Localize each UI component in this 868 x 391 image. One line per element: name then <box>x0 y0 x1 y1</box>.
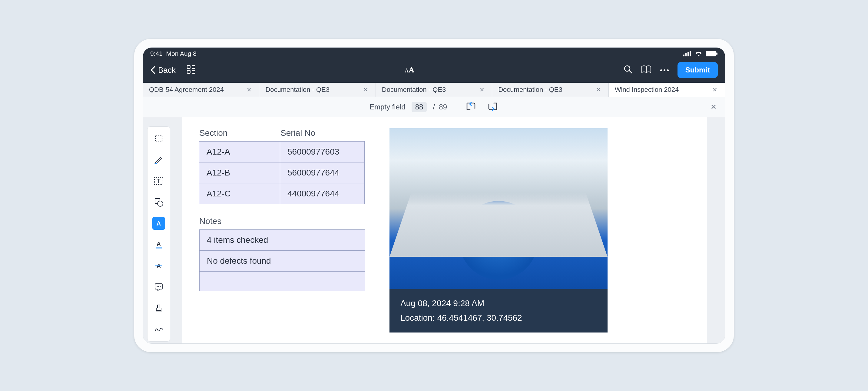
highlight-a-tool-icon[interactable]: A <box>152 217 165 230</box>
book-icon[interactable] <box>641 65 651 75</box>
cellular-signal-icon <box>683 51 692 56</box>
note-row[interactable]: No defects found <box>199 250 365 272</box>
grid-view-icon[interactable] <box>187 65 196 75</box>
top-nav: Back AA Submit <box>143 59 725 83</box>
document-page: Section Serial No A12-A56000977603A12-B5… <box>182 117 707 343</box>
svg-line-11 <box>629 71 632 73</box>
tabs-bar: QDB-54 Agreement 2024✕Documentation - QE… <box>143 83 725 97</box>
svg-point-29 <box>160 286 161 287</box>
svg-text:T: T <box>157 178 160 184</box>
text-size-icon[interactable]: AA <box>405 65 414 75</box>
prev-field-icon[interactable] <box>465 101 477 113</box>
svg-point-14 <box>663 69 665 71</box>
svg-rect-9 <box>192 70 195 73</box>
svg-rect-0 <box>683 55 684 56</box>
photo-caption: Aug 08, 2024 9:28 AM Location: 46.454146… <box>390 289 608 332</box>
section-cell[interactable]: A12-B <box>199 162 280 184</box>
status-time: 9:41 <box>150 50 163 57</box>
status-bar: 9:41 Mon Aug 8 <box>143 48 725 59</box>
close-icon[interactable]: ✕ <box>245 86 253 93</box>
tab-1[interactable]: Documentation - QE3✕ <box>259 83 376 97</box>
svg-point-27 <box>157 286 158 287</box>
svg-rect-16 <box>155 135 162 142</box>
svg-rect-3 <box>690 51 691 56</box>
battery-icon <box>706 51 718 56</box>
tab-label: Documentation - QE3 <box>382 86 446 94</box>
th-section: Section <box>199 128 280 138</box>
close-icon[interactable]: ✕ <box>478 86 486 93</box>
back-button[interactable]: Back <box>150 65 176 75</box>
tab-3[interactable]: Documentation - QE3✕ <box>492 83 609 97</box>
tab-label: QDB-54 Agreement 2024 <box>149 86 224 94</box>
svg-rect-8 <box>187 70 190 73</box>
svg-point-13 <box>660 69 662 71</box>
serial-cell[interactable]: 56000977644 <box>280 162 365 184</box>
next-field-icon[interactable] <box>486 101 498 113</box>
svg-text:A: A <box>157 220 161 227</box>
underline-tool-icon[interactable]: A <box>152 238 165 251</box>
status-date: Mon Aug 8 <box>166 50 196 57</box>
svg-rect-5 <box>716 52 717 55</box>
section-cell[interactable]: A12-C <box>199 183 280 204</box>
note-row[interactable]: 4 items checked <box>199 229 365 251</box>
photo-timestamp: Aug 08, 2024 9:28 AM <box>400 296 597 311</box>
svg-rect-2 <box>687 52 689 56</box>
strikethrough-tool-icon[interactable]: A <box>152 259 165 272</box>
submit-button[interactable]: Submit <box>678 62 718 78</box>
photo-card: Aug 08, 2024 9:28 AM Location: 46.454146… <box>390 128 608 332</box>
stamp-tool-icon[interactable] <box>152 302 165 315</box>
field-nav-current: 88 <box>411 102 427 112</box>
shape-tool-icon[interactable] <box>152 196 165 208</box>
notes-box: 4 items checkedNo defects found <box>199 229 365 291</box>
tab-2[interactable]: Documentation - QE3✕ <box>376 83 492 97</box>
tab-label: Wind Inspection 2024 <box>615 86 679 94</box>
close-fieldnav-icon[interactable]: ✕ <box>711 103 717 111</box>
th-serial: Serial No <box>280 128 365 138</box>
tab-label: Documentation - QE3 <box>265 86 330 94</box>
field-nav-bar: Empty field 88 / 89 ✕ <box>143 97 725 117</box>
svg-rect-7 <box>192 65 195 68</box>
close-icon[interactable]: ✕ <box>362 86 370 93</box>
serial-cell[interactable]: 44000977644 <box>280 183 365 204</box>
svg-text:A: A <box>157 241 161 247</box>
notes-header: Notes <box>199 216 365 226</box>
search-icon[interactable] <box>624 65 633 75</box>
annotation-toolbar: T A A A <box>147 127 170 342</box>
close-icon[interactable]: ✕ <box>595 86 602 93</box>
table-row: A12-C44000977644 <box>199 184 365 204</box>
svg-rect-1 <box>685 53 687 56</box>
signature-tool-icon[interactable] <box>152 323 165 336</box>
field-nav-total: / 89 <box>433 103 447 111</box>
note-row[interactable] <box>199 271 365 291</box>
select-tool-icon[interactable] <box>152 132 165 145</box>
table-row: A12-A56000977603 <box>199 142 365 163</box>
table-row: A12-B56000977644 <box>199 163 365 184</box>
field-nav-label: Empty field <box>370 103 406 111</box>
inspection-photo[interactable] <box>390 128 608 289</box>
close-icon[interactable]: ✕ <box>711 86 719 93</box>
text-box-tool-icon[interactable]: T <box>152 175 165 187</box>
section-cell[interactable]: A12-A <box>199 141 280 163</box>
svg-point-28 <box>158 286 159 287</box>
tab-0[interactable]: QDB-54 Agreement 2024✕ <box>143 83 259 97</box>
data-table: A12-A56000977603A12-B56000977644A12-C440… <box>199 142 365 204</box>
photo-location: Location: 46.4541467, 30.74562 <box>400 311 597 325</box>
svg-rect-4 <box>706 51 716 56</box>
more-icon[interactable] <box>660 67 669 73</box>
tab-4[interactable]: Wind Inspection 2024✕ <box>609 83 725 97</box>
svg-point-15 <box>667 69 669 71</box>
tab-label: Documentation - QE3 <box>498 86 562 94</box>
svg-rect-6 <box>187 65 190 68</box>
highlighter-tool-icon[interactable] <box>152 153 165 166</box>
serial-cell[interactable]: 56000977603 <box>280 141 365 163</box>
svg-point-20 <box>157 201 163 206</box>
wifi-icon <box>695 51 703 56</box>
back-label: Back <box>158 65 176 75</box>
comment-tool-icon[interactable] <box>152 281 165 294</box>
